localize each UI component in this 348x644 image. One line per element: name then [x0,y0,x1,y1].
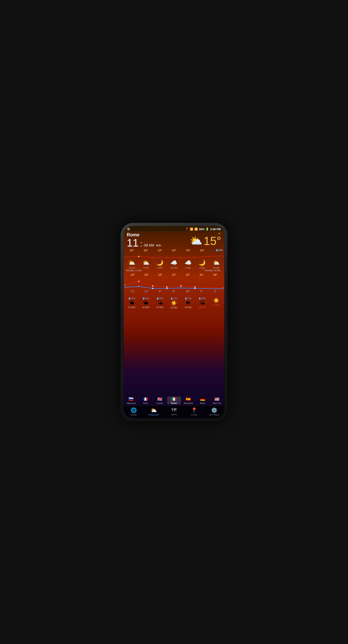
hour-time-3: 10 PM [171,267,177,269]
day-label-4: 15 Dec [184,306,192,309]
city-flag-ulyanovsk: 🇷🇺 [128,396,135,402]
nav-forecast[interactable]: ⛅ FORECAST [144,407,164,416]
hour-cell-1: ⛅ 2 PM [139,259,153,269]
day-cell-6: ☀️ 17 Dec [209,297,223,309]
time-colon: : [140,240,143,248]
city-tab-barcelona[interactable]: 🇪🇸 Barcelona [181,396,195,404]
day-icon-5: 🌤 [200,300,205,306]
day-icon-4: 🌧 [185,300,191,306]
svg-point-11 [166,286,168,288]
svg-point-15 [125,287,125,288]
city-tab-london[interactable]: 🇬🇧 London [153,396,167,404]
hourly-temp-2: 13° [153,249,167,252]
share-icon[interactable]: ⊲⊳ [155,243,162,247]
svg-point-18 [166,288,168,289]
hour-time-1: 2 PM [143,267,149,269]
svg-point-0 [125,256,125,258]
header-area: Rome 11 : 08 AM ⊲⊳ 15° ⛅ 15° [124,231,224,248]
svg-point-1 [138,256,139,257]
time-minutes: 08 AM [144,243,154,247]
hour-cell-0: ⛅ 10 AM [125,259,139,269]
svg-point-8 [125,284,125,286]
main-content: Rome 11 : 08 AM ⊲⊳ 15° ⛅ 15° [124,231,224,418]
maps-icon: 🗺 [171,407,177,413]
hour-icon-6: ⛅ [213,259,220,266]
hourly-line-svg [125,252,223,259]
day-label-6: 17 Dec [213,304,220,306]
city-tab-label-ulyanovsk: Ulyanovsk [126,402,136,404]
hour-cell-5: 🌙 6 AM [195,259,209,269]
svg-point-17 [152,288,154,289]
city-tab-paris[interactable]: 🇫🇷 Paris [138,396,152,404]
phone-screen: 🖼 📍 📶 📶 89% 🔋 2:08 PM Rome [124,226,224,418]
city-tab-label-rome: Rome [171,402,177,404]
hour-cell-6: ⛅ 10 AM [209,259,223,269]
time-hours: 11 [127,238,139,248]
daily-highs-row: 14° 16° 13° 12° 13° 12° 10° [125,273,223,276]
hour-time-2: 6 PM [157,267,163,269]
svg-point-7 [223,255,223,257]
nav-maps[interactable]: 🗺 MAPS [164,407,184,416]
city-tab-label-london: London [156,402,163,404]
nav-cities[interactable]: 📍 CITIES [184,407,204,416]
daily-low-5: 5° [195,290,208,293]
hourly-temp-5: 13° [195,249,209,252]
hour-cell-4: ☁️ 2 AM [181,259,195,269]
daily-low-4: 10° [181,290,195,293]
svg-point-16 [138,286,139,287]
content-inner: Rome 11 : 08 AM ⊲⊳ 15° ⛅ 15° [124,231,224,418]
nav-forecast-label: FORECAST [148,414,160,416]
nav-cities-label: CITIES [191,414,197,416]
date-labels: Monday 11 Dec. Tuesday 12 Dec. [124,269,224,272]
cities-icon: 📍 [191,407,197,413]
city-tab-ulyanovsk[interactable]: 🇷🇺 Ulyanovsk [124,396,138,404]
daily-high-5: 12° [195,273,208,276]
status-right: 📍 📶 📶 89% 🔋 2:08 PM [185,227,221,231]
date-label-left: Monday 11 Dec. [126,269,173,272]
svg-point-3 [166,257,168,258]
rain-pct-1: 💧40% [142,297,150,300]
svg-point-4 [180,257,182,258]
daily-low-2: 6° [153,290,167,293]
hourly-temp-4: 13° [181,249,195,252]
hourly-icons-row: ⛅ 10 AM ⛅ 2 PM 🌙 6 PM ☁️ 10 PM [124,259,224,269]
battery-icon: 🔋 [205,227,209,231]
header-left: Rome 11 : 08 AM ⊲⊳ [127,232,162,248]
settings-icon: ⚙️ [211,407,217,413]
city-tab-rome[interactable]: 🇮🇹 Rome [167,396,181,404]
hourly-temp-1: 14° [139,249,153,252]
daily-high-0: 14° [126,273,139,276]
rain-pct-5: 💧35% [198,297,206,300]
svg-point-6 [208,256,210,257]
location-icon: 📍 [185,227,189,231]
header-right: 15° ⛅ 15° [190,232,221,247]
date-label-right: Tuesday 12 Dec. [173,269,222,272]
hour-time-0: 10 AM [129,267,135,269]
svg-point-20 [194,288,196,289]
city-flag-london: 🇬🇧 [156,396,163,402]
current-weather-icon: ⛅ [190,235,202,247]
hour-icon-3: ☁️ [170,259,177,266]
day-icon-1: 🌦 [143,300,148,306]
day-label-3: 14 Dec [170,306,178,309]
day-label-5: 16 Dec [199,306,206,309]
hour-cell-2: 🌙 6 PM [153,259,167,269]
nav-home[interactable]: 🌐 HOME [124,407,144,416]
day-cell-5: 💧35% 🌤 16 Dec [195,297,209,309]
city-tab-berlin[interactable]: 🇩🇪 Berlin [196,396,209,404]
city-flag-barcelona: 🇪🇸 [185,396,192,402]
phone-device: 🖼 📍 📶 📶 89% 🔋 2:08 PM Rome [121,223,227,421]
status-bar: 🖼 📍 📶 📶 89% 🔋 2:08 PM [124,226,224,231]
hourly-temp-0: 14° [125,249,139,252]
day-label-1: 12 Dec [142,306,150,309]
current-temp: 15° [203,235,221,247]
nav-settings[interactable]: ⚙️ SETTINGS [204,407,224,416]
daily-lows-row: 11° 12° 6° 6° 10° 5° 3° [125,290,223,293]
daily-icons-row: 💧50% 🌦 11 Dec 💧40% 🌦 12 Dec 💧55% 🌤 [124,297,224,309]
day-cell-2: 💧55% 🌤 13 Dec [153,297,167,309]
hour-icon-4: ☁️ [185,259,192,266]
city-tab-label-newyork: New York [213,402,221,404]
svg-point-10 [152,285,154,287]
rain-pct-0: 💧50% [128,297,135,300]
city-tab-newyork[interactable]: 🇺🇸 New York [210,396,224,404]
